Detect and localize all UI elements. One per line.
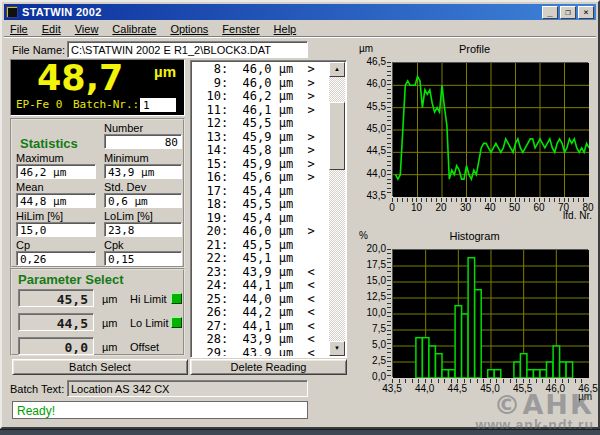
batch-number-label: Batch-Nr.: [73, 98, 139, 111]
profile-ytick-6: 43,5 [356, 190, 386, 201]
histogram-xtick-0: 43,5 [375, 383, 409, 394]
profile-ytick-2: 45,5 [356, 101, 386, 112]
histogram-ytick-4: 10,0 [356, 307, 386, 318]
menu-options[interactable]: Options [170, 23, 208, 35]
menu-calibrate[interactable]: Calibrate [112, 23, 156, 35]
minimum-label: Minimum [104, 152, 149, 164]
hilim-value: 15,0 [16, 222, 96, 237]
close-button[interactable]: × [578, 6, 594, 19]
offset-unit: µm [102, 341, 118, 353]
menu-edit[interactable]: Edit [42, 23, 61, 35]
app-icon [6, 6, 18, 18]
histogram-ytick-6: 5,0 [356, 339, 386, 350]
status-message: Ready! [12, 401, 308, 419]
histogram-xtick-6: 46,5 [571, 383, 600, 394]
lo-limit-input[interactable]: 44,5 [18, 313, 94, 331]
file-name-label: File Name: [12, 44, 65, 56]
app-window: STATWIN 2002 _ ❐ × File Edit View Calibr… [0, 0, 600, 429]
current-reading-value: 48,7 [37, 58, 123, 98]
readings-list[interactable]: 8: 46,0 µm > 9: 46,0 µm > 10: 46,2 µm > … [190, 60, 347, 358]
parameter-select-title: Parameter Select [18, 272, 124, 287]
histogram-ytick-1: 17,5 [356, 259, 386, 270]
histogram-xtick-2: 44,5 [440, 383, 474, 394]
cpk-value: 0,15 [104, 251, 182, 266]
cpk-label: Cpk [104, 239, 124, 251]
title-bar[interactable]: STATWIN 2002 _ ❐ × [4, 4, 596, 20]
stddev-value: 0,6 µm [104, 193, 182, 208]
readings-rows[interactable]: 8: 46,0 µm > 9: 46,0 µm > 10: 46,2 µm > … [192, 62, 329, 356]
profile-title: Profile [352, 43, 597, 55]
menu-help[interactable]: Help [274, 23, 297, 35]
histogram-plot [392, 249, 588, 377]
profile-ytick-0: 46,5 [356, 56, 386, 67]
readings-scrollbar[interactable]: ▲ ▼ [329, 62, 345, 356]
histogram-chart-panel: % Histogram µm 20,017,515,012,510,07,55,… [352, 227, 597, 407]
offset-label: Offset [130, 341, 159, 353]
cp-value: 0,26 [16, 251, 96, 266]
measurement-display: 48,7 µm EP-Fe 0 Batch-Nr.: [10, 59, 185, 116]
hi-limit-input[interactable]: 45,5 [18, 289, 94, 307]
number-value: 80 [104, 134, 182, 149]
histogram-title: Histogram [352, 230, 597, 242]
number-label: Number [104, 122, 143, 134]
statistics-title: Statistics [20, 136, 78, 151]
scroll-up-button[interactable]: ▲ [329, 62, 345, 77]
menu-file[interactable]: File [10, 23, 28, 35]
hi-limit-unit: µm [102, 293, 118, 305]
profile-ytick-3: 45,0 [356, 123, 386, 134]
lo-limit-label: Lo Limit [130, 317, 169, 329]
histogram-ytick-8: 0,0 [356, 371, 386, 382]
histogram-ytick-0: 20,0 [356, 243, 386, 254]
hi-limit-label: Hi Limit [130, 293, 167, 305]
file-name-input[interactable] [67, 41, 308, 58]
lo-limit-led[interactable] [171, 317, 182, 328]
maximum-label: Maximum [16, 152, 64, 164]
mean-label: Mean [16, 181, 44, 193]
statistics-group: Statistics Number 80 Maximum 46,2 µm Min… [10, 118, 185, 268]
menu-view[interactable]: View [75, 23, 99, 35]
minimum-value: 43,9 µm [104, 164, 182, 179]
probe-label: EP-Fe 0 [16, 98, 62, 111]
batch-text-input[interactable] [67, 380, 308, 397]
scrollbar-thumb[interactable] [329, 102, 345, 170]
histogram-xtick-5: 46,0 [538, 383, 572, 394]
window-title: STATWIN 2002 [22, 6, 102, 18]
batch-text-label: Batch Text: [10, 383, 64, 395]
histogram-xtick-1: 44,0 [408, 383, 442, 394]
histogram-ytick-3: 12,5 [356, 291, 386, 302]
histogram-ytick-2: 15,0 [356, 275, 386, 286]
offset-input[interactable]: 0,0 [18, 337, 94, 355]
histogram-ytick-5: 7,5 [356, 323, 386, 334]
maximum-value: 46,2 µm [16, 164, 96, 179]
screen-edge [0, 429, 600, 435]
stddev-label: Std. Dev [104, 181, 146, 193]
lo-limit-unit: µm [102, 317, 118, 329]
profile-plot [392, 62, 588, 196]
profile-ytick-4: 44,5 [356, 145, 386, 156]
profile-xtick-8: 80 [571, 202, 600, 213]
profile-ytick-5: 44,0 [356, 168, 386, 179]
cp-label: Cp [16, 239, 30, 251]
batch-select-button[interactable]: Batch Select [12, 359, 188, 375]
parameter-select-group: Parameter Select 45,5 µm Hi Limit 44,5 µ… [10, 268, 185, 356]
hi-limit-led[interactable] [171, 293, 182, 304]
maximize-button[interactable]: ❐ [560, 6, 576, 19]
histogram-ytick-7: 2,5 [356, 355, 386, 366]
current-reading-unit: µm [154, 63, 176, 80]
mean-value: 44,8 µm [16, 193, 96, 208]
lolim-label: LoLim [%] [104, 210, 153, 222]
histogram-xtick-3: 45,0 [473, 383, 507, 394]
lolim-value: 23,8 [104, 222, 182, 237]
profile-chart-panel: µm Profile lfd. Nr. 46,546,045,545,044,5… [352, 40, 597, 224]
menu-fenster[interactable]: Fenster [222, 23, 259, 35]
batch-number-input[interactable] [140, 98, 176, 112]
menu-bar: File Edit View Calibrate Options Fenster… [4, 21, 596, 37]
minimize-button[interactable]: _ [542, 6, 558, 19]
hilim-label: HiLim [%] [16, 210, 63, 222]
histogram-xtick-4: 45,5 [506, 383, 540, 394]
profile-ytick-1: 46,0 [356, 78, 386, 89]
delete-reading-button[interactable]: Delete Reading [190, 359, 347, 375]
scroll-down-button[interactable]: ▼ [329, 341, 345, 356]
